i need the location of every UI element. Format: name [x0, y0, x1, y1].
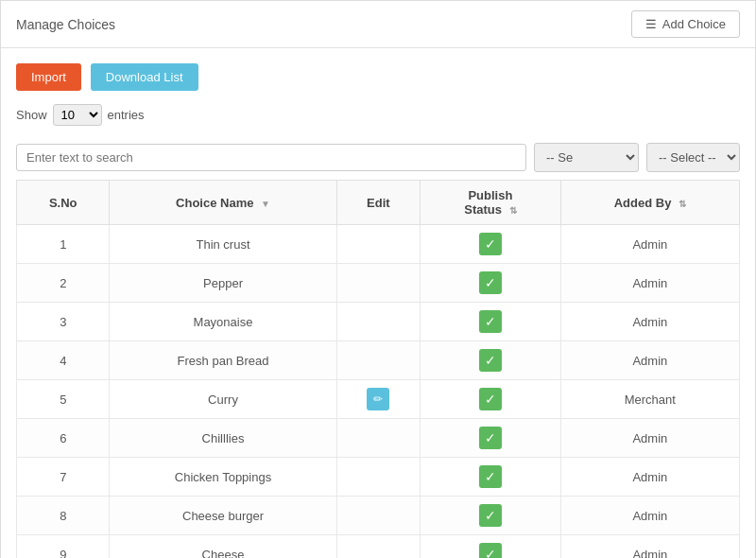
table-row: 3Mayonaise✓Admin [17, 303, 740, 341]
cell-sno: 8 [17, 497, 110, 535]
table-row: 6Chilllies✓Admin [17, 419, 740, 458]
cell-sno: 2 [17, 264, 110, 303]
col-added-by: Added By ⇅ [560, 181, 739, 225]
cell-added-by: Merchant [560, 380, 739, 419]
published-check-icon: ✓ [479, 388, 502, 410]
cell-added-by: Admin [560, 225, 739, 264]
cell-added-by: Admin [560, 419, 739, 458]
cell-publish: ✓ [421, 380, 561, 419]
cell-sno: 6 [17, 419, 110, 458]
cell-publish: ✓ [421, 497, 561, 535]
cell-sno: 7 [17, 458, 110, 497]
cell-added-by: Admin [560, 535, 739, 559]
cell-name: Cheese [110, 535, 336, 559]
table-row: 7Chicken Toppings✓Admin [17, 458, 740, 497]
cell-publish: ✓ [421, 225, 561, 264]
published-check-icon: ✓ [479, 271, 502, 294]
toolbar: Import Download List [1, 48, 755, 98]
search-input[interactable] [16, 144, 526, 171]
cell-name: Pepper [110, 264, 336, 303]
col-choice-name: Choice Name ▼ [110, 181, 336, 225]
content-area: -- Se Published Unpublished -- Select --… [1, 135, 755, 558]
table-row: 8Cheese burger✓Admin [17, 497, 740, 535]
filter-select-1[interactable]: -- Se Published Unpublished [534, 143, 639, 172]
published-check-icon: ✓ [479, 233, 502, 255]
published-check-icon: ✓ [479, 349, 502, 372]
cell-publish: ✓ [421, 419, 561, 458]
cell-edit [336, 535, 421, 559]
page-header: Manage Choices ☰ Add Choice [1, 1, 755, 48]
cell-name: Thin crust [110, 225, 336, 264]
cell-added-by: Admin [560, 303, 739, 341]
import-button[interactable]: Import [16, 63, 81, 91]
cell-publish: ✓ [421, 303, 561, 341]
filter-row: -- Se Published Unpublished -- Select --… [16, 135, 740, 180]
cell-name: Cheese burger [110, 497, 336, 535]
cell-publish: ✓ [421, 535, 561, 559]
cell-added-by: Admin [560, 341, 739, 380]
cell-added-by: Admin [560, 264, 739, 303]
cell-name: Fresh pan Bread [110, 341, 336, 380]
cell-publish: ✓ [421, 341, 561, 380]
table-header-row: S.No Choice Name ▼ Edit PublishStatus ⇅ … [17, 181, 740, 225]
col-publish-status: PublishStatus ⇅ [421, 181, 561, 225]
add-choice-button[interactable]: ☰ Add Choice [631, 10, 740, 38]
cell-edit [336, 341, 421, 380]
cell-name: Curry [110, 380, 336, 419]
table-row: 2Pepper✓Admin [17, 264, 740, 303]
cell-name: Mayonaise [110, 303, 336, 341]
published-check-icon: ✓ [479, 465, 502, 488]
entries-label: entries [108, 108, 145, 122]
menu-icon: ☰ [645, 17, 657, 31]
cell-name: Chilllies [110, 419, 336, 458]
choices-table: S.No Choice Name ▼ Edit PublishStatus ⇅ … [16, 180, 740, 558]
sort-icon-publish: ⇅ [509, 205, 517, 216]
cell-edit [336, 497, 421, 535]
cell-edit [336, 458, 421, 497]
cell-publish: ✓ [421, 264, 561, 303]
cell-sno: 9 [17, 535, 110, 559]
cell-sno: 5 [17, 380, 110, 419]
filter-select-2[interactable]: -- Select -- Admin Merchant [646, 143, 740, 172]
table-row: 9Cheese✓Admin [17, 535, 740, 559]
cell-added-by: Admin [560, 497, 739, 535]
published-check-icon: ✓ [479, 504, 502, 527]
download-button[interactable]: Download List [91, 63, 198, 91]
cell-edit: ✏ [336, 380, 421, 419]
entries-select[interactable]: 10 25 50 100 [53, 104, 102, 126]
published-check-icon: ✓ [479, 427, 502, 449]
page-title: Manage Choices [16, 17, 115, 32]
table-row: 5Curry✏✓Merchant [17, 380, 740, 419]
table-row: 4Fresh pan Bread✓Admin [17, 341, 740, 380]
cell-edit [336, 419, 421, 458]
cell-sno: 1 [17, 225, 110, 264]
col-edit: Edit [336, 181, 421, 225]
add-choice-label: Add Choice [662, 17, 726, 31]
table-row: 1Thin crust✓Admin [17, 225, 740, 264]
show-entries-row: Show 10 25 50 100 entries [1, 98, 755, 135]
cell-added-by: Admin [560, 458, 739, 497]
cell-sno: 4 [17, 341, 110, 380]
cell-publish: ✓ [421, 458, 561, 497]
published-check-icon: ✓ [479, 543, 502, 558]
sort-icon-added-by: ⇅ [679, 199, 686, 209]
sort-icon-name: ▼ [261, 199, 270, 209]
col-sno: S.No [17, 181, 110, 225]
cell-edit [336, 303, 421, 341]
cell-sno: 3 [17, 303, 110, 341]
cell-edit [336, 264, 421, 303]
published-check-icon: ✓ [479, 310, 502, 333]
show-label: Show [16, 108, 47, 122]
cell-edit [336, 225, 421, 264]
edit-button[interactable]: ✏ [367, 388, 389, 410]
cell-name: Chicken Toppings [110, 458, 336, 497]
